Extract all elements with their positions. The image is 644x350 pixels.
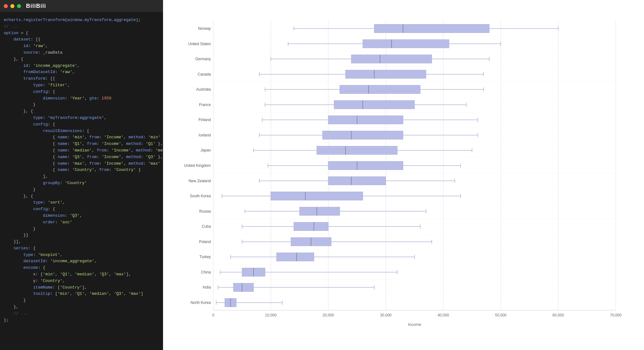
code-line: }, {	[4, 193, 159, 200]
country-label: India	[203, 285, 211, 289]
code-line: { name: 'Country', from: 'Country' }	[4, 167, 159, 173]
iqr-box	[323, 131, 403, 139]
iqr-box	[271, 192, 363, 200]
iqr-box	[334, 100, 414, 109]
code-line: y: 'Country',	[4, 278, 159, 284]
iqr-box	[277, 253, 314, 261]
code-line: { name: 'Q3', from: 'Income', method: 'Q…	[4, 154, 159, 161]
code-line: fromDatasetId: 'raw',	[4, 69, 159, 76]
code-line: type: 'boxplot',	[4, 252, 159, 258]
x-tick-label: 60,000	[552, 313, 564, 317]
iqr-box	[328, 162, 403, 170]
minimize-button[interactable]	[10, 4, 14, 8]
code-line: source: _rawData	[4, 50, 159, 56]
code-line: config: {	[4, 89, 159, 95]
country-label: Russia	[199, 209, 211, 214]
code-line: }	[4, 297, 159, 304]
code-line: { name: 'Q1', from: 'Income', method: 'Q…	[4, 141, 159, 147]
iqr-box	[363, 40, 449, 48]
iqr-box	[374, 24, 489, 33]
x-tick-label: 0	[212, 313, 214, 317]
code-line: }, {	[4, 56, 159, 63]
code-line: datasetId: 'income_aggregate',	[4, 258, 159, 265]
code-line: encode: {	[4, 265, 159, 271]
country-label: United Kingdom	[184, 163, 211, 168]
country-label: France	[199, 103, 211, 107]
code-line: // ...	[4, 24, 159, 30]
code-line: dataset: [{	[4, 36, 159, 43]
code-line: }]	[4, 232, 159, 239]
x-tick-label: 70,000	[610, 313, 621, 317]
country-label: China	[201, 270, 211, 274]
code-line: type: 'sort',	[4, 199, 159, 206]
code-line: config: {	[4, 206, 159, 213]
code-line: itemName: ['Country'],	[4, 284, 159, 291]
x-tick-label: 50,000	[495, 313, 507, 317]
code-line: }],	[4, 239, 159, 245]
close-button[interactable]	[4, 4, 8, 8]
x-tick-label: 30,000	[380, 313, 392, 317]
code-line: { name: 'min', from: 'Income', method: '…	[4, 134, 159, 141]
maximize-button[interactable]	[17, 4, 21, 8]
code-line: echarts.registerTransform(window.myTrans…	[4, 17, 159, 24]
country-label: Iceland	[199, 133, 211, 137]
iqr-box	[294, 222, 328, 231]
code-line: ],	[4, 173, 159, 180]
iqr-box	[340, 85, 420, 94]
code-line: transform: [{	[4, 76, 159, 82]
country-label: Japan	[201, 148, 211, 152]
country-label: Poland	[199, 240, 211, 244]
iqr-box	[234, 283, 254, 292]
app-title: BiliBili	[26, 3, 46, 9]
code-line: }	[4, 187, 159, 193]
country-label: New Zealand	[189, 179, 211, 183]
code-editor-panel: BiliBili echarts.registerTransform(windo…	[0, 0, 163, 350]
code-line: { name: 'median', from: 'Income', method…	[4, 147, 159, 154]
chart-container: 010,00020,00030,00040,00050,00060,00070,…	[169, 6, 635, 337]
code-line: option = {	[4, 30, 159, 37]
iqr-box	[317, 146, 397, 155]
code-line: type: 'filter',	[4, 82, 159, 89]
code-line: id: 'income_aggregate',	[4, 63, 159, 69]
code-line: dimension: 'Q3',	[4, 213, 159, 219]
code-line: groupBy: 'Country'	[4, 180, 159, 187]
code-line: config: {	[4, 121, 159, 128]
code-line: tooltip: ['min', 'Q1', 'median', 'Q3', '…	[4, 291, 159, 297]
code-content: echarts.registerTransform(window.myTrans…	[0, 12, 163, 350]
code-line: resultDimensions: [	[4, 128, 159, 135]
country-label: Turkey	[199, 255, 211, 259]
code-line: type: 'myTransform:aggregate',	[4, 115, 159, 121]
code-line: order: 'asc'	[4, 219, 159, 226]
country-label: Canada	[198, 72, 211, 77]
code-line: }, {	[4, 108, 159, 115]
iqr-box	[351, 55, 432, 63]
code-line: { name: 'max', from: 'Income', method: '…	[4, 161, 159, 167]
code-line: }	[4, 226, 159, 232]
x-axis-label: Income	[408, 322, 421, 327]
code-line: },	[4, 304, 159, 310]
code-line: series: {	[4, 245, 159, 252]
chart-panel: 010,00020,00030,00040,00050,00060,00070,…	[163, 0, 644, 350]
iqr-box	[299, 207, 340, 215]
code-line: id: 'raw',	[4, 43, 159, 50]
country-label: Finland	[198, 118, 211, 122]
country-label: Germany	[195, 57, 211, 61]
title-bar: BiliBili	[0, 0, 163, 12]
iqr-box	[328, 177, 386, 185]
country-label: Cuba	[202, 224, 211, 229]
code-line: x: ['min', 'Q1', 'median', 'Q3', 'max'],	[4, 271, 159, 278]
x-tick-label: 40,000	[437, 313, 449, 317]
code-line: dimension: 'Year', gte: 1950	[4, 95, 159, 102]
country-label: Norway	[198, 26, 211, 31]
country-label: South Korea	[190, 194, 211, 198]
boxplot-chart: 010,00020,00030,00040,00050,00060,00070,…	[169, 6, 635, 337]
country-label: United States	[188, 42, 211, 46]
country-label: Australia	[196, 87, 211, 92]
code-line: }	[4, 102, 159, 108]
iqr-box	[328, 116, 403, 124]
code-line: };	[4, 317, 159, 324]
iqr-box	[346, 70, 426, 78]
country-label: North Korea	[191, 300, 211, 305]
code-line: // ...	[4, 310, 159, 317]
x-tick-label: 20,000	[323, 313, 334, 317]
